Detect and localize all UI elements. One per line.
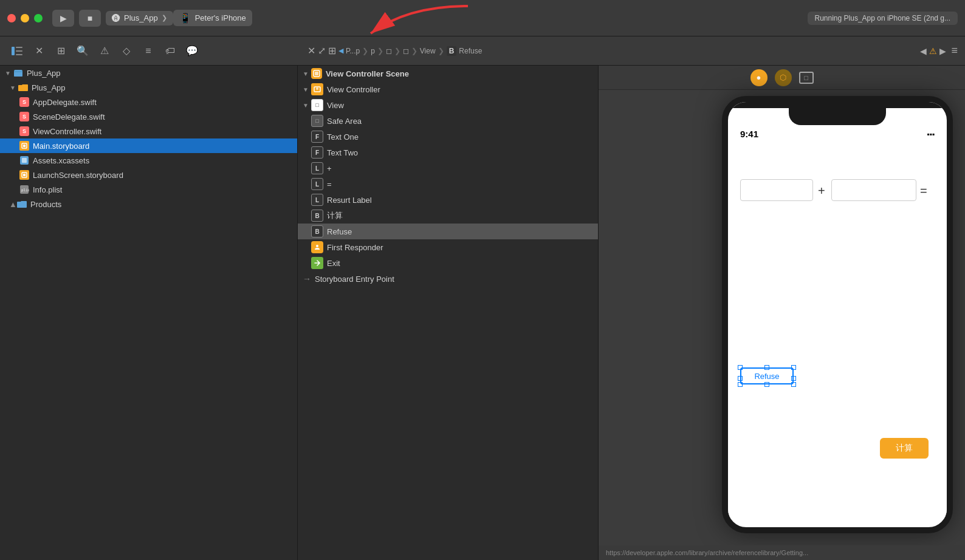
close-traffic-light[interactable]: [7, 14, 16, 22]
breadcrumb-item-4[interactable]: ◻: [403, 47, 409, 55]
canvas-area: ● ⬡ □ 9:41 ▪▪▪ + =: [599, 66, 965, 560]
diamond-icon[interactable]: ◇: [117, 41, 136, 61]
text-two-label: Text Two: [327, 148, 358, 157]
first-responder-label: First Responder: [327, 243, 383, 252]
back-nav-icon[interactable]: ◀: [338, 47, 343, 55]
breadcrumb-b-label[interactable]: B: [447, 46, 457, 56]
outline-result-label[interactable]: L Resurt Label: [298, 192, 598, 208]
warning-icon[interactable]: ⚠: [95, 41, 114, 61]
title-bar: ▶ ■ 🅐 Plus_App ❯ 📱 Peter's iPhone Runnin…: [0, 0, 965, 36]
toolbar-right: ✕ ⤢ ⊞ ◀ P...p ❯ p ❯ ◻ ❯ ◻ ❯ View ❯ B Ref…: [307, 44, 958, 57]
appdelegate-filename: AppDelegate.swift: [33, 98, 97, 107]
outline-exit[interactable]: Exit: [298, 255, 598, 271]
iphone-refuse-wrapper: Refuse: [740, 367, 794, 384]
cube-control-btn[interactable]: ⬡: [775, 69, 792, 86]
project-name: Plus_App: [27, 69, 61, 78]
outline-scene-header[interactable]: ▼ View Controller Scene: [298, 66, 598, 81]
iphone-status-icons: ▪▪▪: [927, 130, 935, 138]
sidebar-item-scenedelegate[interactable]: S SceneDelegate.swift: [0, 109, 297, 124]
outline-text-two[interactable]: F Text Two: [298, 145, 598, 160]
xcassets-icon: [19, 155, 29, 165]
breadcrumb-refuse-label[interactable]: Refuse: [459, 47, 482, 55]
sidebar-item-launchscreen[interactable]: LaunchScreen.storyboard: [0, 168, 297, 182]
products-folder-name: Products: [30, 200, 61, 209]
svg-rect-8: [23, 145, 26, 147]
canvas-top-bar: ● ⬡ □: [599, 66, 965, 90]
panel-grid-icon[interactable]: ⊞: [328, 45, 336, 56]
svg-point-19: [316, 245, 318, 247]
vc-label: View Controller: [327, 85, 380, 94]
storyboard-file-icon: [19, 141, 29, 151]
outline-equals-label[interactable]: L =: [298, 176, 598, 192]
outline-text-one[interactable]: F Text One: [298, 129, 598, 145]
breadcrumb-sep-4: ❯: [411, 47, 417, 55]
navigator-toggle-icon[interactable]: [7, 41, 27, 61]
breadcrumb-item-2[interactable]: p: [371, 47, 375, 55]
iphone-refuse-label: Refuse: [754, 372, 779, 381]
jisuan-button-label: 计算: [327, 210, 343, 221]
panel-expand-icon[interactable]: ⤢: [318, 45, 326, 56]
warning-nav-icon[interactable]: ⚠: [929, 46, 937, 56]
scheme-chevron: ❯: [162, 14, 167, 22]
iphone-status-bar: 9:41 ▪▪▪: [728, 125, 947, 143]
chat-icon[interactable]: 💬: [182, 41, 202, 61]
main-storyboard-filename: Main.storyboard: [33, 142, 89, 151]
exit-label: Exit: [327, 259, 340, 268]
rect-control-btn[interactable]: □: [799, 72, 814, 84]
sidebar-item-assets[interactable]: Assets.xcassets: [0, 153, 297, 168]
toolbar-left: ✕ ⊞ 🔍 ⚠ ◇ ≡ 🏷 💬: [7, 41, 305, 61]
fullscreen-traffic-light[interactable]: [34, 14, 43, 22]
sidebar-item-viewcontroller[interactable]: S ViewController.swift: [0, 124, 297, 138]
minimize-traffic-light[interactable]: [21, 14, 29, 22]
outline-storyboard-entry[interactable]: → Storyboard Entry Point: [298, 271, 598, 287]
iphone-refuse-btn[interactable]: Refuse: [740, 367, 794, 384]
iphone-text-field-one[interactable]: [740, 179, 813, 201]
exit-icon: [311, 257, 323, 269]
first-responder-icon: [311, 241, 323, 253]
project-root-item[interactable]: ▼ Plus_App: [0, 66, 297, 80]
swift-file-icon-3: S: [19, 126, 29, 136]
project-icon: [13, 68, 23, 78]
svg-rect-16: [315, 72, 318, 75]
outline-view-controller[interactable]: ▼ View Controller: [298, 81, 598, 97]
breadcrumb-sep-1: ❯: [362, 47, 368, 55]
breadcrumb-item-1[interactable]: P...p: [346, 47, 360, 55]
sidebar-item-infoplist[interactable]: plist Info.plist: [0, 182, 297, 197]
search-icon[interactable]: 🔍: [73, 41, 92, 61]
svg-rect-10: [22, 158, 27, 163]
traffic-lights: [7, 14, 43, 22]
tag-icon[interactable]: 🏷: [160, 41, 180, 61]
circle-control-btn[interactable]: ●: [750, 69, 768, 86]
x-square-icon[interactable]: ✕: [29, 41, 49, 61]
iphone-jisuan-btn[interactable]: 计算: [880, 438, 929, 459]
sidebar-item-products[interactable]: ▶ Products: [0, 197, 297, 211]
outline-jisuan-button[interactable]: B 计算: [298, 208, 598, 224]
plus-label-icon: L: [311, 162, 323, 174]
play-button[interactable]: ▶: [52, 10, 74, 27]
outline-safe-area[interactable]: □ Safe Area: [298, 113, 598, 129]
iphone-notch: [789, 108, 886, 125]
device-selector[interactable]: 📱 Peter's iPhone: [173, 10, 252, 26]
nav-forward-icon[interactable]: ▶: [939, 46, 946, 56]
list-icon[interactable]: ≡: [139, 41, 158, 61]
nav-back-icon[interactable]: ◀: [920, 46, 927, 56]
breadcrumb-nav: P...p ❯ p ❯ ◻ ❯ ◻ ❯ View ❯ B Refuse: [346, 46, 918, 56]
stop-button[interactable]: ■: [79, 10, 101, 27]
layout-icon[interactable]: ⊞: [51, 41, 70, 61]
sidebar-item-appdelegate[interactable]: S AppDelegate.swift: [0, 95, 297, 109]
breadcrumb-view-label[interactable]: View: [420, 47, 436, 55]
outline-view[interactable]: ▼ □ View: [298, 97, 598, 113]
sidebar-item-main-storyboard[interactable]: Main.storyboard: [0, 138, 297, 153]
outline-first-responder[interactable]: First Responder: [298, 239, 598, 255]
outline-refuse-button[interactable]: B Refuse: [298, 224, 598, 239]
plist-icon: plist: [19, 185, 29, 194]
iphone-preview: 9:41 ▪▪▪ + =: [722, 96, 953, 533]
hamburger-icon[interactable]: ≡: [951, 44, 958, 57]
breadcrumb-item-3[interactable]: ◻: [386, 47, 392, 55]
panel-close-icon[interactable]: ✕: [307, 45, 315, 56]
iphone-text-field-two[interactable]: [831, 179, 916, 201]
assets-filename: Assets.xcassets: [33, 156, 89, 165]
outline-plus-label[interactable]: L +: [298, 160, 598, 176]
sidebar-item-plus-app-folder[interactable]: ▼ Plus_App: [0, 80, 297, 95]
app-scheme-selector[interactable]: 🅐 Plus_App ❯: [106, 11, 173, 26]
